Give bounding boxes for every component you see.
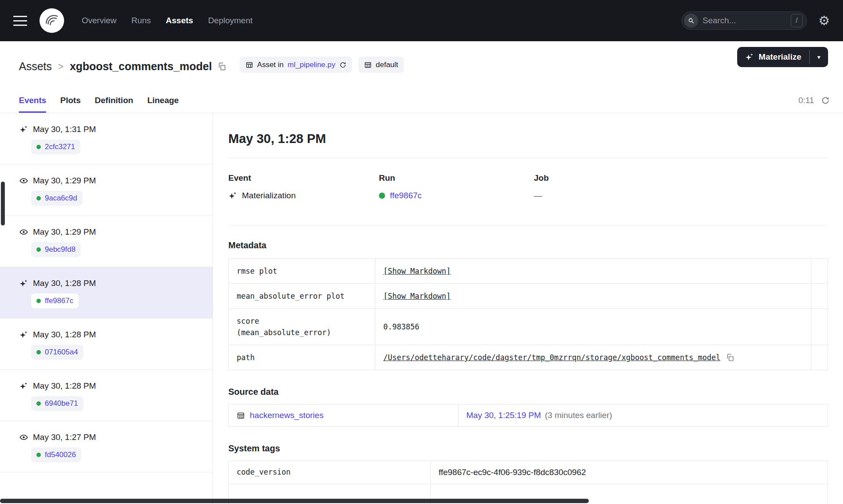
metadata-key-line2: (mean_absolute_error): [237, 328, 331, 337]
event-list-item[interactable]: May 30, 1:29 PM 9aca6c9d: [0, 164, 213, 216]
source-data-heading: Source data: [228, 387, 828, 397]
pipeline-file-link[interactable]: ml_pipeline.py: [288, 61, 335, 69]
event-detail-panel: May 30, 1:28 PM Event Materialization Ru…: [213, 113, 843, 504]
breadcrumb-assets-link[interactable]: Assets: [19, 60, 52, 73]
event-time: May 30, 1:31 PM: [33, 125, 96, 134]
run-id: ffe9867c: [45, 297, 73, 305]
content-area: May 30, 1:31 PM 2cfc3271 May 30, 1:29 PM…: [0, 113, 843, 504]
materialize-caret-icon[interactable]: ▾: [810, 47, 828, 67]
source-data-table: hackernews_stories May 30, 1:25:19 PM (3…: [228, 404, 828, 427]
run-id: fd540026: [45, 450, 76, 459]
materialization-icon: [19, 330, 28, 339]
timer-value: 0:11: [798, 96, 814, 105]
materialize-button[interactable]: Materialize: [737, 47, 809, 67]
run-id: 2cfc3271: [45, 143, 75, 151]
event-list-item[interactable]: May 30, 1:31 PM 2cfc3271: [0, 113, 213, 164]
group-icon: [364, 61, 372, 69]
event-list-item[interactable]: May 30, 1:29 PM 9ebc9fd8: [0, 216, 213, 267]
event-list-item[interactable]: May 30, 1:28 PM 6940be71: [0, 370, 213, 421]
run-status-dot: [36, 350, 41, 354]
tab-definition[interactable]: Definition: [95, 96, 133, 113]
metadata-row-end-cell: [811, 284, 828, 308]
metadata-row: score (mean_absolute_error) 0.983856: [229, 308, 828, 345]
observation-icon: [19, 228, 28, 236]
event-list-item-selected[interactable]: May 30, 1:28 PM ffe9867c: [0, 267, 213, 318]
metadata-key: score (mean_absolute_error): [229, 309, 375, 345]
asset-header: Assets > xgboost_comments_model Asset in…: [0, 41, 843, 73]
run-id: 071605a4: [45, 348, 78, 357]
metadata-row: path /Users/odetteharary/code/dagster/tm…: [229, 345, 828, 370]
run-tag[interactable]: 9ebc9fd8: [31, 242, 81, 257]
search-bar[interactable]: /: [681, 11, 807, 30]
run-status-dot: [36, 453, 41, 457]
reload-icon[interactable]: [339, 61, 346, 68]
group-name: default: [376, 61, 398, 69]
run-tag[interactable]: 071605a4: [31, 345, 83, 360]
run-status-dot: [36, 299, 41, 303]
vertical-scrollbar-thumb[interactable]: [1, 182, 5, 225]
dagster-logo[interactable]: [40, 8, 64, 33]
job-value: —: [534, 191, 542, 200]
job-column: Job —: [534, 173, 828, 200]
run-label: Run: [379, 173, 534, 183]
copy-asset-name-icon[interactable]: [217, 62, 227, 71]
menu-icon[interactable]: [13, 16, 27, 26]
nav-item-deployment[interactable]: Deployment: [208, 16, 252, 25]
tab-plots[interactable]: Plots: [60, 96, 80, 113]
materialization-icon: [19, 279, 28, 288]
search-shortcut-key: /: [791, 14, 803, 27]
system-tag-key: code_version: [229, 461, 431, 484]
run-status-dot: [379, 193, 385, 199]
nav-item-runs[interactable]: Runs: [131, 16, 151, 25]
nav-item-overview[interactable]: Overview: [82, 16, 116, 25]
event-list-item[interactable]: May 30, 1:27 PM fd540026: [0, 421, 213, 472]
source-timestamp-note: (3 minutes earlier): [545, 411, 612, 420]
run-tag[interactable]: 9aca6c9d: [31, 191, 83, 206]
tab-events[interactable]: Events: [19, 96, 46, 113]
asset-group-tag[interactable]: default: [358, 57, 404, 73]
gear-icon[interactable]: ⚙: [818, 14, 830, 27]
job-label: Job: [534, 173, 828, 183]
event-time: May 30, 1:29 PM: [33, 176, 96, 186]
asset-icon: [245, 61, 253, 69]
nav-item-assets[interactable]: Assets: [166, 16, 193, 25]
metadata-key: path: [229, 345, 375, 370]
run-tag[interactable]: fd540026: [31, 447, 81, 462]
tab-lineage[interactable]: Lineage: [147, 96, 179, 113]
system-tag-row: code_version ffe9867c-ec9c-4f06-939c-f8d…: [229, 461, 828, 484]
materialize-label: Materialize: [759, 52, 801, 62]
metadata-row-end-cell: [811, 345, 828, 370]
run-tag[interactable]: 6940be71: [31, 396, 83, 411]
event-list-item[interactable]: May 30, 1:28 PM 071605a4: [0, 318, 213, 370]
system-tag-value: ffe9867c-ec9c-4f06-939c-f8dc830c0962: [431, 461, 828, 484]
copy-path-icon[interactable]: [726, 353, 735, 362]
observation-icon: [19, 176, 28, 185]
show-markdown-link[interactable]: [Show Markdown]: [383, 290, 451, 302]
breadcrumb: Assets > xgboost_comments_model: [19, 60, 227, 73]
run-id-link[interactable]: ffe9867c: [390, 191, 422, 200]
metadata-key: mean_absolute_error plot: [229, 284, 375, 308]
metadata-row: rmse plot [Show Markdown]: [229, 259, 828, 283]
refresh-timer: 0:11: [798, 96, 830, 113]
run-status-dot: [36, 401, 41, 406]
search-input[interactable]: [702, 16, 786, 25]
event-time: May 30, 1:27 PM: [33, 433, 96, 442]
event-time: May 30, 1:28 PM: [33, 330, 96, 340]
show-markdown-link[interactable]: [Show Markdown]: [383, 265, 451, 277]
metadata-score-value: 0.983856: [383, 321, 419, 332]
run-status-dot: [36, 196, 41, 200]
page-title: xgboost_comments_model: [70, 60, 212, 73]
event-label: Event: [228, 173, 379, 183]
metadata-table: rmse plot [Show Markdown] mean_absolute_…: [228, 258, 828, 370]
run-tag[interactable]: ffe9867c: [31, 293, 79, 308]
path-link[interactable]: /Users/odetteharary/code/dagster/tmp_0mz…: [383, 352, 721, 363]
run-id: 6940be71: [45, 399, 78, 408]
sparkle-icon: [745, 53, 754, 61]
run-tag[interactable]: 2cfc3271: [31, 139, 80, 154]
metadata-key: rmse plot: [229, 259, 375, 283]
horizontal-scrollbar-thumb[interactable]: [0, 499, 589, 503]
refresh-icon[interactable]: [821, 96, 830, 105]
system-tags-heading: System tags: [228, 443, 828, 454]
source-asset-link[interactable]: hackernews_stories: [250, 411, 324, 420]
source-timestamp-link[interactable]: May 30, 1:25:19 PM: [466, 411, 541, 420]
